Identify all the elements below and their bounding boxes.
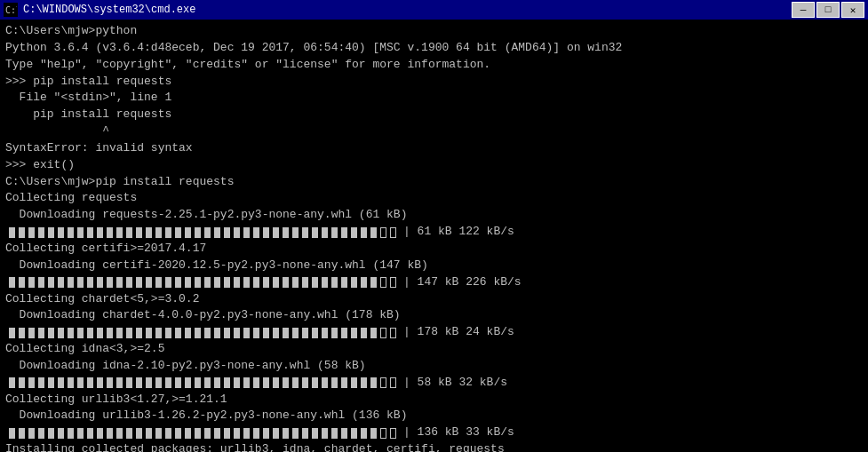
progress-cell-filled <box>283 277 289 288</box>
progress-cell-filled <box>97 227 103 238</box>
progress-cell-filled <box>361 328 367 338</box>
progress-cell-filled <box>116 428 123 439</box>
progress-cell-filled <box>77 227 84 238</box>
progress-cell-filled <box>312 428 318 439</box>
progress-cell-filled <box>351 328 357 338</box>
progress-cell-filled <box>243 328 250 338</box>
terminal[interactable]: C:\Users\mjw>pythonPython 3.6.4 (v3.6.4:… <box>0 20 868 452</box>
progress-cell-filled <box>185 328 191 338</box>
progress-cell-filled <box>19 227 25 238</box>
close-button[interactable]: ✕ <box>841 2 864 18</box>
progress-cell-filled <box>234 377 240 388</box>
progress-cell-filled <box>361 428 367 439</box>
progress-cell-filled <box>9 227 15 238</box>
progress-cell-empty <box>380 428 386 439</box>
terminal-line: ^ <box>5 123 863 140</box>
progress-cell-filled <box>28 328 35 338</box>
progress-cell-filled <box>351 227 357 238</box>
progress-cell-filled <box>361 277 367 288</box>
progress-cell-empty <box>390 377 396 388</box>
progress-cell-filled <box>273 277 279 288</box>
progress-cell-filled <box>263 328 269 338</box>
terminal-line: pip install requests <box>5 107 863 123</box>
progress-cell-filled <box>77 377 84 388</box>
minimize-button[interactable]: — <box>792 2 815 18</box>
progress-cell-empty <box>380 277 386 288</box>
progress-cell-filled <box>253 428 259 439</box>
terminal-line: Collecting certifi>=2017.4.17 <box>5 241 863 258</box>
progress-cell-filled <box>58 428 64 439</box>
progress-cell-filled <box>263 277 269 288</box>
progress-cell-filled <box>243 377 250 388</box>
progress-cell-filled <box>273 328 279 338</box>
progress-cell-filled <box>9 428 15 439</box>
progress-cell-filled <box>126 277 132 288</box>
progress-cell-filled <box>370 377 377 388</box>
progress-cell-filled <box>48 328 54 338</box>
progress-cell-filled <box>302 428 308 439</box>
progress-cell-filled <box>58 227 64 238</box>
progress-cell-empty <box>390 328 396 338</box>
progress-bar-row: | 136 kB 33 kB/s <box>5 424 863 441</box>
progress-cell-filled <box>87 428 93 439</box>
progress-cell-filled <box>28 428 35 439</box>
progress-cell-filled <box>204 428 211 439</box>
progress-cell-filled <box>292 377 299 388</box>
progress-cell-filled <box>263 227 269 238</box>
progress-cell-filled <box>263 428 269 439</box>
progress-cell-filled <box>48 428 54 439</box>
progress-cell-filled <box>322 227 328 238</box>
progress-cell-filled <box>204 377 211 388</box>
progress-cell-filled <box>234 277 240 288</box>
progress-cell-filled <box>77 328 84 338</box>
progress-cell-filled <box>243 277 250 288</box>
terminal-line: Collecting requests <box>5 190 863 207</box>
progress-cell-filled <box>126 227 132 238</box>
progress-cell-filled <box>136 428 142 439</box>
terminal-line: Installing collected packages: urllib3, … <box>5 441 863 452</box>
progress-cell-filled <box>9 328 15 338</box>
progress-cell-filled <box>185 227 191 238</box>
progress-cell-filled <box>107 227 113 238</box>
progress-cell-filled <box>322 328 328 338</box>
progress-cell-filled <box>146 377 152 388</box>
progress-cell-empty <box>380 377 386 388</box>
progress-cell-filled <box>136 328 142 338</box>
progress-cell-filled <box>58 328 64 338</box>
download-label: Downloading urllib3-1.26.2-py2.py3-none-… <box>5 408 863 424</box>
progress-cell-filled <box>312 328 318 338</box>
progress-cell-filled <box>165 277 171 288</box>
progress-cell-filled <box>58 277 64 288</box>
progress-cell-filled <box>19 277 25 288</box>
progress-cell-filled <box>195 428 201 439</box>
progress-cell-filled <box>331 377 338 388</box>
progress-cell-filled <box>175 328 181 338</box>
progress-info: | 178 kB 24 kB/s <box>403 324 514 341</box>
maximize-button[interactable]: □ <box>816 2 840 18</box>
cmd-icon: C:\ <box>4 3 18 17</box>
progress-cell-filled <box>126 428 132 439</box>
progress-cell-filled <box>28 377 35 388</box>
progress-cell-filled <box>185 428 191 439</box>
progress-cell-filled <box>234 328 240 338</box>
terminal-line: Python 3.6.4 (v3.6.4:d48eceb, Dec 19 201… <box>5 40 863 57</box>
title-bar-left: C:\ C:\WINDOWS\system32\cmd.exe <box>4 3 195 17</box>
progress-cell-filled <box>155 428 162 439</box>
progress-cell-filled <box>273 428 279 439</box>
progress-cell-empty <box>390 277 396 288</box>
progress-cell-filled <box>204 328 211 338</box>
terminal-line: SyntaxError: invalid syntax <box>5 140 863 157</box>
progress-cell-filled <box>273 227 279 238</box>
progress-bar-row: | 61 kB 122 kB/s <box>5 224 863 241</box>
progress-cell-filled <box>146 328 152 338</box>
progress-cell-filled <box>146 277 152 288</box>
progress-cell-filled <box>136 277 142 288</box>
progress-cell-filled <box>97 377 103 388</box>
progress-cell-filled <box>155 277 162 288</box>
progress-cell-filled <box>361 377 367 388</box>
progress-cell-filled <box>253 377 259 388</box>
progress-cell-filled <box>155 328 162 338</box>
progress-cell-filled <box>302 328 308 338</box>
progress-cell-filled <box>341 277 347 288</box>
progress-cell-filled <box>214 428 220 439</box>
